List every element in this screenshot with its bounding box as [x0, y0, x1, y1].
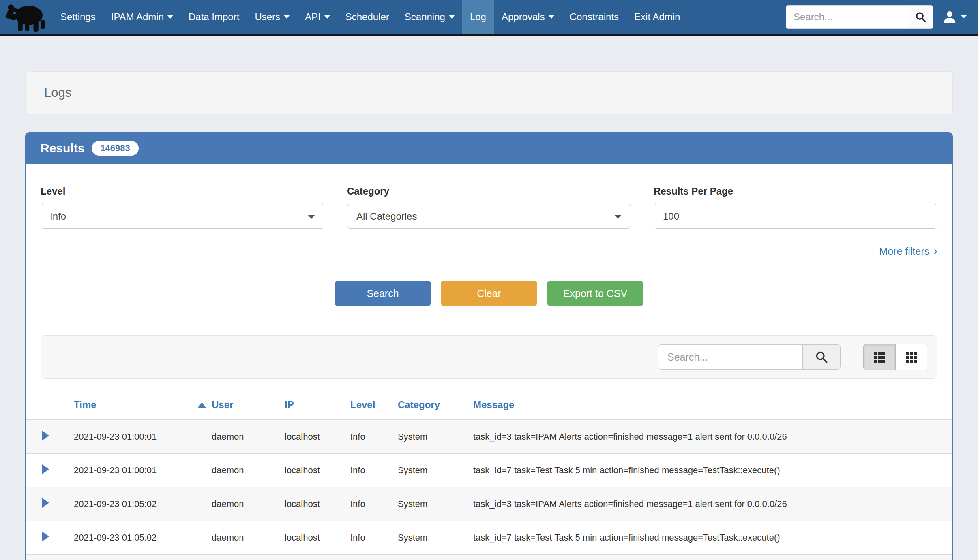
expand-row-icon[interactable] [42, 532, 49, 541]
expand-row-icon[interactable] [42, 431, 49, 440]
table-header-row: Time User IP Level Category Message [26, 393, 952, 420]
nav-item-api[interactable]: API [297, 0, 338, 34]
chevron-down-icon [284, 15, 290, 19]
cell-time: 2021-09-23 01:05:02 [74, 521, 212, 555]
cell-level: Info [350, 521, 398, 555]
column-header-category[interactable]: Category [398, 393, 473, 420]
level-select[interactable]: Info [41, 204, 324, 229]
page-header: Logs [25, 71, 953, 114]
nav-item-settings[interactable]: Settings [53, 0, 103, 34]
filter-category: Category All Categories [347, 186, 631, 229]
cell-time: 2021-09-23 01:00:01 [74, 454, 212, 487]
panda-logo-icon [5, 2, 47, 32]
nav-item-label: IPAM Admin [111, 11, 164, 23]
nav-item-label: Scheduler [345, 11, 389, 23]
chevron-down-icon [449, 15, 455, 19]
results-title: Results [41, 141, 84, 155]
nav-item-label: API [305, 11, 321, 23]
results-panel: Results 146983 Level Info Category All C… [25, 132, 953, 560]
nav-item-constraints[interactable]: Constraints [562, 0, 626, 34]
log-table: Time User IP Level Category Message 2021… [26, 393, 952, 560]
chevron-down-icon [961, 15, 967, 18]
nav-item-ipam-admin[interactable]: IPAM Admin [103, 0, 181, 34]
search-icon [815, 350, 828, 364]
table-search-group [658, 344, 841, 370]
cell-category: System [398, 521, 473, 555]
grid-view-button[interactable] [895, 344, 927, 370]
cell-message: task_id=3 task=IPAM Alerts action=finish… [473, 487, 952, 521]
column-header-time[interactable]: Time [74, 393, 212, 420]
global-search-input[interactable] [786, 6, 908, 28]
nav-item-users[interactable]: Users [247, 0, 297, 34]
nav-item-scheduler[interactable]: Scheduler [338, 0, 397, 34]
cell-user: daemon [212, 521, 285, 555]
cell-ip: localhost [285, 454, 350, 487]
export-csv-button[interactable]: Export to CSV [547, 281, 643, 306]
chevron-down-icon [167, 15, 173, 19]
column-header-level[interactable]: Level [350, 393, 398, 420]
more-filters-link[interactable]: More filters › [879, 246, 937, 257]
list-view-button[interactable] [864, 344, 895, 370]
chevron-down-icon [614, 215, 622, 219]
column-header-message[interactable]: Message [473, 393, 952, 420]
table-toolbar [41, 335, 937, 379]
view-toggle-group [863, 344, 927, 370]
cell-message: task_id=3 task=IPAM Alerts action=finish… [473, 555, 952, 560]
search-button[interactable]: Search [335, 281, 431, 306]
column-header-user[interactable]: User [212, 393, 285, 420]
filters-row: Level Info Category All Categories Resul… [41, 186, 937, 229]
sort-ascending-icon [198, 402, 206, 408]
nav-right-section [786, 0, 967, 34]
nav-item-exit-admin[interactable]: Exit Admin [626, 0, 688, 34]
per-page-input[interactable] [654, 204, 937, 229]
cell-level: Info [350, 454, 398, 487]
cell-ip: localhost [285, 487, 350, 521]
per-page-label: Results Per Page [654, 186, 937, 197]
cell-message: task_id=7 task=Test Task 5 min action=fi… [473, 521, 952, 555]
phpipam-logo[interactable] [0, 0, 53, 34]
clear-button[interactable]: Clear [441, 281, 537, 306]
chevron-down-icon [308, 215, 315, 219]
nav-item-approvals[interactable]: Approvals [494, 0, 562, 34]
cell-user: daemon [212, 555, 285, 560]
level-label: Level [41, 186, 324, 197]
nav-item-label: Data Import [189, 11, 239, 23]
nav-item-log[interactable]: Log [462, 0, 494, 34]
chevron-right-icon: › [933, 245, 937, 257]
table-row: 2021-09-23 01:00:01 daemon localhost Inf… [26, 454, 952, 487]
global-search-button[interactable] [908, 6, 933, 28]
search-icon [915, 11, 927, 23]
more-filters-row: More filters › [41, 246, 937, 257]
table-row: 2021-09-23 01:00:01 daemon localhost Inf… [26, 420, 952, 454]
cell-time: 2021-09-23 01:10:02 [74, 555, 212, 560]
nav-item-label: Approvals [502, 11, 545, 23]
cell-user: daemon [212, 420, 285, 454]
expand-row-icon[interactable] [42, 498, 49, 508]
page-container: Logs Results 146983 Level Info Category [25, 71, 953, 560]
nav-item-label: Log [470, 11, 486, 23]
nav-item-label: Settings [60, 11, 96, 23]
table-row: 2021-09-23 01:05:02 daemon localhost Inf… [26, 521, 952, 555]
nav-item-label: Scanning [405, 11, 445, 23]
table-search-button[interactable] [802, 344, 841, 370]
cell-ip: localhost [285, 420, 350, 454]
cell-time: 2021-09-23 01:00:01 [74, 420, 212, 454]
column-header-ip[interactable]: IP [285, 393, 350, 420]
actions-row: Search Clear Export to CSV [41, 281, 937, 306]
cell-user: daemon [212, 454, 285, 487]
cell-level: Info [350, 555, 398, 560]
user-icon [942, 10, 957, 24]
category-select[interactable]: All Categories [347, 204, 631, 229]
expand-row-icon[interactable] [42, 464, 49, 474]
cell-level: Info [350, 487, 398, 521]
cell-category: System [398, 555, 473, 560]
column-header-label: Time [74, 399, 97, 410]
nav-item-scanning[interactable]: Scanning [397, 0, 462, 34]
user-menu[interactable] [942, 10, 967, 24]
top-navbar: Settings IPAM Admin Data Import Users AP… [0, 0, 978, 36]
cell-ip: localhost [285, 555, 350, 560]
filter-level: Level Info [41, 186, 324, 229]
table-search-input[interactable] [658, 344, 802, 370]
cell-level: Info [350, 420, 398, 454]
nav-item-data-import[interactable]: Data Import [181, 0, 247, 34]
